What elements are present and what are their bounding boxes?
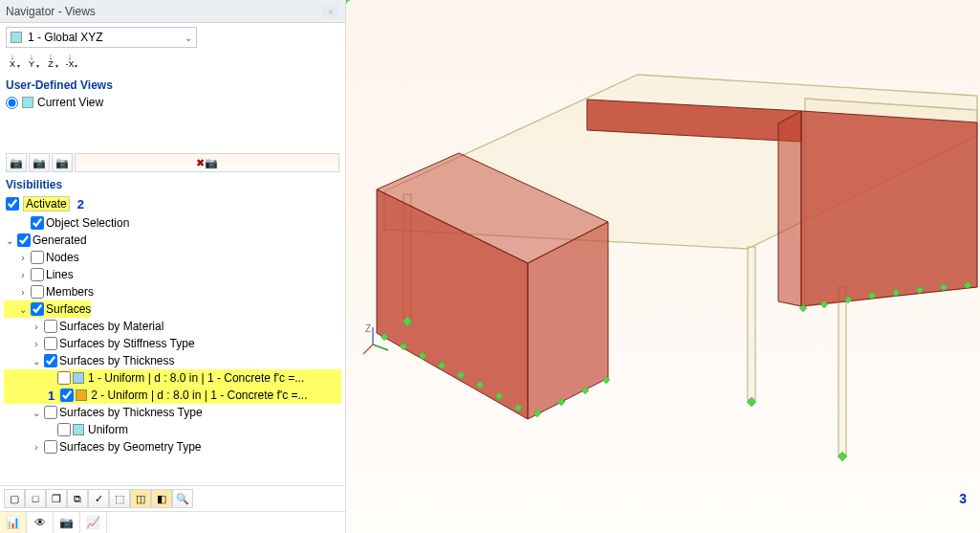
tool-btn-5[interactable]: ✓: [88, 489, 109, 508]
by-geometry-checkbox[interactable]: [44, 440, 57, 454]
activate-checkbox[interactable]: [6, 197, 19, 211]
svg-line-37: [373, 344, 388, 350]
tool-btn-6[interactable]: ⬚: [109, 489, 130, 508]
by-thickness-label: Surfaces by Thickness: [59, 354, 175, 367]
svg-rect-3: [748, 247, 755, 400]
expand-icon[interactable]: ›: [17, 287, 29, 298]
uniform-checkbox[interactable]: [57, 423, 71, 436]
delete-camera-button[interactable]: ✖📷: [75, 153, 339, 172]
annotation-1: 1: [44, 389, 58, 403]
thickness-type-uniform[interactable]: Uniform: [4, 421, 341, 438]
expand-icon[interactable]: ⌄: [31, 356, 42, 366]
expand-icon[interactable]: ›: [31, 339, 42, 349]
current-view-row[interactable]: Current View: [0, 94, 345, 111]
expand-icon[interactable]: ›: [17, 253, 29, 263]
members-checkbox[interactable]: [31, 285, 44, 299]
tree-surfaces-by-thickness-type[interactable]: ⌄Surfaces by Thickness Type: [4, 404, 341, 421]
nodes-checkbox[interactable]: [31, 251, 44, 264]
lines-label: Lines: [46, 268, 74, 281]
by-material-label: Surfaces by Material: [59, 320, 163, 333]
tab-data[interactable]: 📊: [0, 512, 27, 533]
tree-generated[interactable]: ⌄Generated: [4, 232, 341, 249]
expand-icon[interactable]: ›: [17, 270, 29, 280]
tree-lines[interactable]: ›Lines: [4, 266, 341, 283]
view-select-label: 1 - Global XYZ: [28, 31, 103, 44]
svg-rect-4: [838, 287, 846, 455]
expand-icon[interactable]: ›: [31, 442, 42, 453]
tree-nodes[interactable]: ›Nodes: [4, 249, 341, 266]
tree-surfaces-by-material[interactable]: ›Surfaces by Material: [4, 318, 341, 335]
generated-label: Generated: [33, 233, 87, 247]
visibility-tree[interactable]: Object Selection ⌄Generated ›Nodes ›Line…: [0, 214, 345, 485]
tab-eye[interactable]: 👁: [27, 512, 54, 533]
tab-results[interactable]: 📈: [80, 512, 107, 533]
new-camera-button[interactable]: 📷: [6, 153, 27, 172]
tab-camera[interactable]: 📷: [54, 512, 80, 533]
thickness-1-swatch-icon: [73, 372, 84, 384]
model-viewport[interactable]: Z 3: [346, 0, 980, 533]
tool-btn-4[interactable]: ⧉: [67, 489, 88, 508]
expand-icon[interactable]: ⌄: [4, 235, 15, 246]
thickness-1-label: 1 - Uniform | d : 8.0 in | 1 - Concrete …: [88, 371, 304, 385]
thickness-2-swatch-icon: [76, 389, 87, 401]
thickness-2-label: 2 - Uniform | d : 8.0 in | 1 - Concrete …: [91, 389, 307, 402]
svg-marker-9: [801, 111, 977, 306]
by-thickness-checkbox[interactable]: [44, 354, 57, 367]
tree-surfaces-by-geometry[interactable]: ›Surfaces by Geometry Type: [4, 438, 341, 455]
axis-neg-x-button[interactable]: ↓-X▾: [60, 52, 79, 71]
visibilities-title: Visibilities: [0, 174, 345, 193]
by-stiffness-checkbox[interactable]: [44, 337, 57, 350]
axis-y-button[interactable]: ↓Y▾: [22, 52, 41, 71]
uniform-label: Uniform: [88, 423, 128, 436]
thickness-item-1[interactable]: 1 - Uniform | d : 8.0 in | 1 - Concrete …: [4, 369, 341, 387]
chevron-down-icon: ⌄: [185, 33, 192, 43]
tool-btn-1[interactable]: ▢: [4, 489, 25, 508]
axis-x-button[interactable]: ↓X▾: [3, 52, 22, 71]
camera-green-button[interactable]: 📷: [52, 153, 73, 172]
annotation-3: 3: [959, 491, 967, 506]
by-material-checkbox[interactable]: [44, 320, 57, 333]
tool-btn-2[interactable]: □: [25, 489, 46, 508]
tree-surfaces[interactable]: ⌄Surfaces: [4, 300, 91, 318]
tree-members[interactable]: ›Members: [4, 283, 341, 300]
expand-icon[interactable]: ⌄: [31, 408, 42, 418]
activate-row: Activate 2: [0, 193, 345, 214]
tree-surfaces-by-thickness[interactable]: ⌄Surfaces by Thickness: [4, 352, 341, 369]
structural-model-rendering: [346, 0, 980, 533]
current-view-radio[interactable]: [6, 97, 18, 109]
thickness-item-2[interactable]: 12 - Uniform | d : 8.0 in | 1 - Concrete…: [4, 387, 341, 404]
by-thickness-type-label: Surfaces by Thickness Type: [59, 406, 203, 419]
tool-btn-8[interactable]: ◧: [151, 489, 172, 508]
annotation-2: 2: [74, 197, 88, 211]
by-stiffness-label: Surfaces by Stiffness Type: [59, 337, 195, 350]
nodes-label: Nodes: [46, 251, 79, 264]
axis-z-label: Z: [365, 323, 371, 334]
thickness-1-checkbox[interactable]: [57, 371, 71, 385]
surfaces-checkbox[interactable]: [31, 302, 44, 316]
close-icon[interactable]: ×: [322, 4, 339, 19]
uniform-swatch-icon: [73, 424, 84, 435]
tree-surfaces-by-stiffness[interactable]: ›Surfaces by Stiffness Type: [4, 335, 341, 352]
expand-icon[interactable]: ⌄: [17, 304, 29, 315]
thickness-2-checkbox[interactable]: [60, 389, 74, 402]
axis-toolbar: ↓X▾ ↓Y▾ ↓Z▾ ↓-X▾: [0, 52, 345, 75]
expand-icon[interactable]: ›: [31, 322, 42, 332]
activate-label: Activate: [23, 196, 70, 211]
svg-marker-10: [778, 111, 801, 306]
visibility-toolbar: ▢ □ ❐ ⧉ ✓ ⬚ ◫ ◧ 🔍: [0, 485, 345, 511]
tool-btn-9[interactable]: 🔍: [172, 489, 193, 508]
camera-toolbar: 📷 📷 📷 ✖📷: [0, 149, 345, 174]
by-thickness-type-checkbox[interactable]: [44, 406, 57, 419]
axis-z-button[interactable]: ↓Z▾: [41, 52, 60, 71]
camera-blue-button[interactable]: 📷: [29, 153, 50, 172]
tool-btn-7[interactable]: ◫: [130, 489, 151, 508]
view-select-dropdown[interactable]: 1 - Global XYZ ⌄: [6, 27, 197, 48]
svg-line-38: [363, 344, 373, 354]
lines-checkbox[interactable]: [31, 268, 44, 281]
tool-btn-3[interactable]: ❐: [46, 489, 67, 508]
tree-object-selection[interactable]: Object Selection: [4, 214, 341, 232]
object-selection-checkbox[interactable]: [31, 216, 44, 230]
user-defined-views-title: User-Defined Views: [0, 75, 345, 94]
generated-checkbox[interactable]: [17, 233, 31, 247]
current-view-label: Current View: [37, 96, 103, 109]
